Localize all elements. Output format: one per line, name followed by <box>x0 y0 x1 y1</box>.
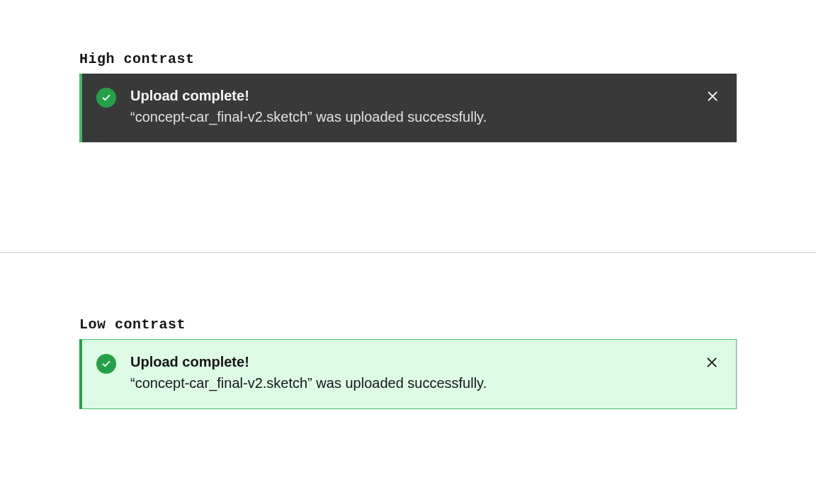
close-button[interactable] <box>701 351 723 374</box>
success-icon-wrap <box>96 88 116 108</box>
close-icon <box>706 90 719 103</box>
notification-text: Upload complete! “concept-car_final-v2.s… <box>130 353 692 393</box>
close-icon <box>706 356 718 369</box>
notification-text: Upload complete! “concept-car_final-v2.s… <box>130 86 693 127</box>
success-icon-wrap <box>96 354 116 374</box>
notification-title: Upload complete! <box>130 353 692 372</box>
checkmark-circle-icon <box>96 354 116 374</box>
notification-low-contrast: Upload complete! “concept-car_final-v2.s… <box>79 339 737 409</box>
checkmark-circle-icon <box>96 88 116 108</box>
low-contrast-section: Low contrast Upload complete! “concept-c… <box>0 252 816 504</box>
notification-high-contrast: Upload complete! “concept-car_final-v2.s… <box>79 74 737 142</box>
high-contrast-label: High contrast <box>79 51 195 67</box>
low-contrast-label: Low contrast <box>79 316 186 333</box>
close-button[interactable] <box>701 85 724 108</box>
notification-body: “concept-car_final-v2.sketch” was upload… <box>130 373 692 393</box>
high-contrast-section: High contrast Upload complete! “concept-… <box>0 0 816 252</box>
notification-body: “concept-car_final-v2.sketch” was upload… <box>130 107 693 127</box>
notification-title: Upload complete! <box>130 86 693 105</box>
